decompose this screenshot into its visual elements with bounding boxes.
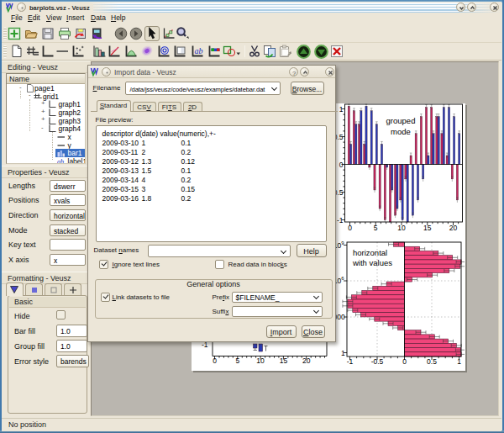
svg-text:10: 10: [256, 356, 265, 365]
svg-text:grouped: grouped: [386, 116, 416, 125]
svg-text:0: 0: [213, 356, 217, 365]
svg-text:ab: ab: [57, 158, 64, 164]
svg-text:15: 15: [280, 356, 288, 365]
svg-text:mode: mode: [391, 127, 411, 136]
svg-text:1: 1: [457, 357, 461, 366]
svg-text:5: 5: [235, 356, 239, 365]
svg-text:0: 0: [402, 357, 407, 366]
svg-text:horizontal: horizontal: [353, 248, 387, 257]
svg-text:20: 20: [302, 356, 311, 365]
svg-text:with values: with values: [352, 258, 392, 267]
svg-text:20: 20: [449, 224, 458, 232]
svg-text:10: 10: [397, 224, 406, 232]
svg-text:15: 15: [423, 224, 432, 232]
svg-text:0.5: 0.5: [427, 357, 437, 366]
svg-text:5: 5: [374, 224, 378, 232]
svg-text:0: 0: [348, 224, 352, 232]
svg-text:-1: -1: [347, 357, 354, 366]
svg-text:-0.5: -0.5: [371, 357, 384, 366]
svg-text:ab: ab: [194, 46, 202, 55]
svg-text:1: 1: [339, 105, 344, 114]
svg-text:0: 0: [339, 161, 344, 169]
svg-text:1: 1: [341, 349, 345, 357]
svg-text:-1: -1: [337, 216, 344, 224]
